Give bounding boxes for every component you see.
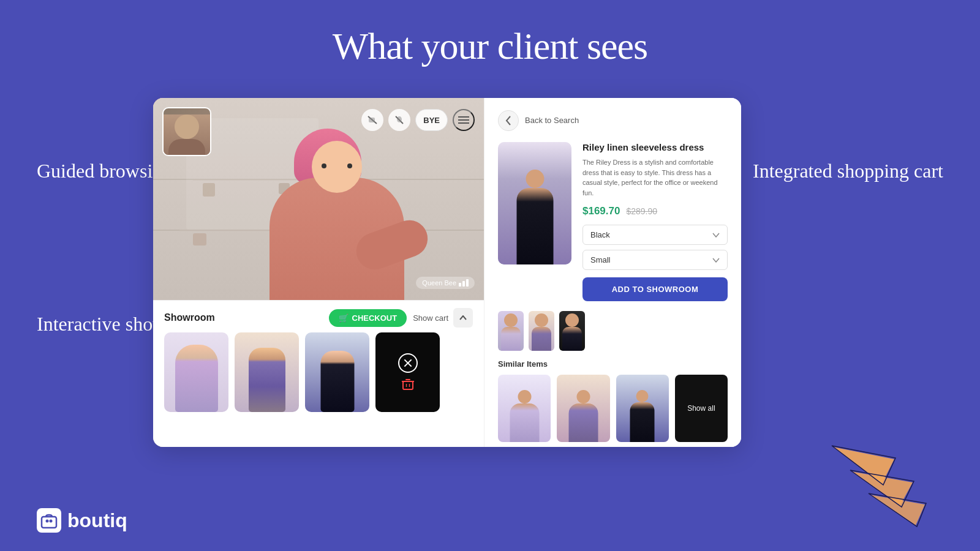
si-figure-1 xyxy=(508,390,541,442)
mute-audio-button[interactable] xyxy=(388,109,410,131)
svg-point-13 xyxy=(46,520,49,523)
show-cart-text: Show cart xyxy=(413,313,448,323)
showroom-items xyxy=(153,332,484,412)
color-thumbnails xyxy=(498,311,728,351)
product-info: Riley linen sleeveless dress The Riley D… xyxy=(582,142,728,301)
showroom-controls: 🛒 CHECKOUT Show cart xyxy=(329,308,473,328)
person-eyes xyxy=(322,163,352,170)
boutiq-logo: boutiq xyxy=(37,508,127,533)
trash-icon xyxy=(401,378,415,391)
left-panel: BYE Queen Bee xyxy=(153,98,484,447)
show-cart-area: Show cart xyxy=(413,308,473,328)
item-figure-3 xyxy=(320,351,354,412)
si-figure-3 xyxy=(628,390,656,442)
checkout-button[interactable]: 🛒 CHECKOUT xyxy=(329,309,407,327)
color-dropdown[interactable]: Black xyxy=(582,225,728,245)
bye-button[interactable]: BYE xyxy=(415,109,448,131)
back-button[interactable] xyxy=(498,110,519,131)
chevron-down-icon xyxy=(712,233,720,238)
back-search-row: Back to Search xyxy=(498,110,728,131)
similar-item-2[interactable] xyxy=(557,375,609,442)
svg-point-3 xyxy=(397,116,402,122)
cart-icon: 🛒 xyxy=(339,313,349,323)
color-thumb-lavender[interactable] xyxy=(498,311,524,351)
size-dropdown[interactable]: Small xyxy=(582,250,728,270)
bar-1 xyxy=(459,283,461,287)
si-figure-2 xyxy=(567,390,600,442)
color-value: Black xyxy=(590,230,610,239)
menu-button[interactable] xyxy=(453,109,475,131)
svg-rect-7 xyxy=(403,381,413,389)
boutiq-logo-icon xyxy=(40,512,58,529)
svg-point-14 xyxy=(50,520,53,523)
fig-body xyxy=(516,188,553,264)
showroom-header: Showroom 🛒 CHECKOUT Show cart xyxy=(153,301,484,332)
svg-rect-12 xyxy=(42,517,56,528)
size-value: Small xyxy=(590,255,611,264)
showroom-item-2[interactable] xyxy=(235,332,299,412)
video-thumbnail xyxy=(162,107,211,156)
svg-rect-1 xyxy=(369,118,375,122)
item-figure-1 xyxy=(175,345,218,412)
bar-2 xyxy=(462,281,465,287)
boutiq-text: boutiq xyxy=(67,509,127,532)
mute-video-button[interactable] xyxy=(361,109,383,131)
show-all-text: Show all xyxy=(687,404,715,413)
page-title: What your client sees xyxy=(0,0,980,68)
showroom-item-1[interactable] xyxy=(164,332,228,412)
similar-item-3[interactable] xyxy=(616,375,669,442)
queen-bee-label: Queen Bee xyxy=(416,277,475,289)
price-original: $289.90 xyxy=(626,206,657,216)
color-thumb-black[interactable] xyxy=(559,311,585,351)
product-main-image xyxy=(498,142,571,264)
signal-bars xyxy=(459,279,469,287)
shelf-box-3 xyxy=(193,233,206,246)
item-figure-2 xyxy=(249,348,285,412)
price-row: $169.70 $289.90 xyxy=(582,205,728,217)
right-panel: Back to Search Riley linen sleeveless dr… xyxy=(484,98,741,447)
delete-circle xyxy=(398,353,418,373)
add-to-showroom-button[interactable]: ADD TO SHOWROOM xyxy=(582,277,728,301)
video-person xyxy=(245,122,429,300)
back-to-search-text: Back to Search xyxy=(525,116,579,126)
product-name: Riley linen sleeveless dress xyxy=(582,142,728,152)
color-thumb-print[interactable] xyxy=(529,311,554,351)
showroom-section: Showroom 🛒 CHECKOUT Show cart xyxy=(153,300,484,447)
similar-items-label: Similar Items xyxy=(498,359,728,369)
product-figure xyxy=(512,170,558,264)
product-section: Riley linen sleeveless dress The Riley D… xyxy=(498,142,728,301)
video-controls: BYE xyxy=(361,109,475,131)
video-main: BYE Queen Bee xyxy=(153,98,484,300)
chevron-down-icon-2 xyxy=(712,258,720,263)
similar-items-grid: Show all xyxy=(498,375,728,442)
cart-toggle-button[interactable] xyxy=(453,308,473,328)
fig-head xyxy=(526,170,544,188)
guided-browsing-label: Guided browsing xyxy=(37,159,172,182)
showroom-item-3[interactable] xyxy=(305,332,369,412)
product-description: The Riley Dress is a stylish and comfort… xyxy=(582,157,728,198)
similar-item-show-all[interactable]: Show all xyxy=(675,375,728,442)
decorative-arrows xyxy=(821,429,943,539)
delete-overlay xyxy=(375,332,440,412)
similar-item-1[interactable] xyxy=(498,375,551,442)
arrows-svg xyxy=(821,429,943,539)
shelf-box-1 xyxy=(203,183,215,197)
integrated-shopping-label: Integrated shopping cart xyxy=(753,159,943,182)
showroom-item-4[interactable] xyxy=(375,332,440,412)
price-sale: $169.70 xyxy=(582,205,620,217)
boutiq-icon xyxy=(37,508,61,533)
showroom-title: Showroom xyxy=(164,312,215,323)
main-card: BYE Queen Bee xyxy=(153,98,741,447)
bar-3 xyxy=(466,279,469,287)
